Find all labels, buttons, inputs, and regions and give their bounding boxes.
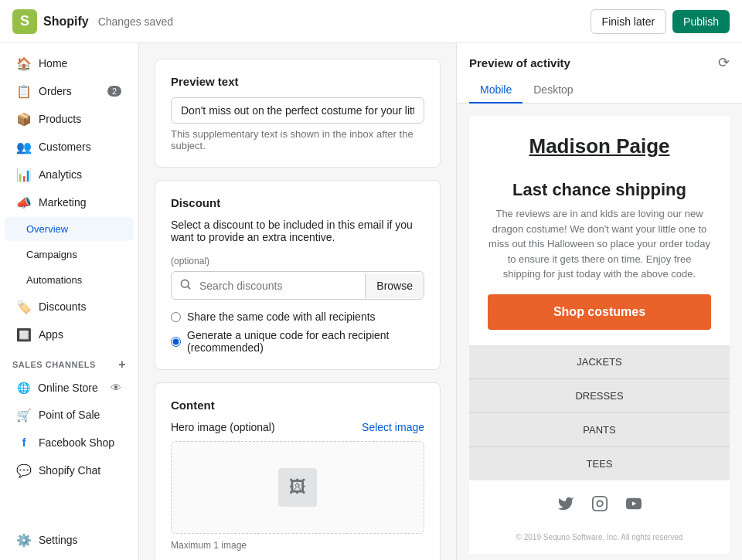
sidebar: 🏠 Home 📋 Orders 2 📦 Products 👥 Customers…	[0, 43, 139, 560]
shopify-logo: S shopify	[12, 9, 89, 34]
sidebar-item-customers[interactable]: 👥 Customers	[5, 134, 134, 160]
finish-later-button[interactable]: Finish later	[591, 9, 666, 34]
sidebar-item-settings[interactable]: ⚙️ Settings	[5, 527, 134, 553]
settings-label: Settings	[39, 534, 78, 546]
discount-description: Select a discount to be included in this…	[171, 219, 424, 243]
sidebar-item-campaigns[interactable]: Campaigns	[5, 243, 134, 266]
products-icon: 📦	[17, 112, 31, 126]
preview-text-input[interactable]	[171, 97, 424, 124]
online-store-visibility-icon[interactable]: 👁	[111, 382, 121, 394]
sidebar-item-marketing[interactable]: 📣 Marketing	[5, 189, 134, 216]
content-card: Content Hero image (optional) Select ima…	[155, 382, 441, 560]
preview-text-card: Preview text This supplementary text is …	[155, 59, 441, 168]
email-cta-button[interactable]: Shop costumes	[488, 294, 711, 330]
twitter-icon	[555, 493, 577, 514]
facebook-shop-label: Facebook Shop	[39, 436, 114, 449]
search-icon	[172, 272, 199, 299]
campaigns-label: Campaigns	[26, 249, 77, 260]
preview-tabs: Mobile Desktop	[457, 77, 742, 104]
sidebar-item-point-of-sale[interactable]: 🛒 Point of Sale	[5, 402, 134, 428]
preview-panel: Preview of activity ⟳ Mobile Desktop Mad…	[456, 43, 742, 560]
sidebar-item-orders[interactable]: 📋 Orders 2	[5, 78, 134, 104]
orders-icon: 📋	[17, 84, 31, 98]
radio-same-code-input[interactable]	[171, 312, 181, 322]
topbar-left: S shopify Changes saved	[12, 9, 173, 34]
sidebar-item-products[interactable]: 📦 Products	[5, 106, 134, 132]
products-label: Products	[39, 113, 81, 125]
analytics-label: Analytics	[39, 168, 82, 181]
sidebar-item-shopify-chat[interactable]: 💬 Shopify Chat	[5, 457, 134, 484]
preview-text-hint: This supplementary text is shown in the …	[171, 128, 424, 151]
email-social-icons	[469, 480, 730, 527]
discounts-label: Discounts	[39, 300, 86, 313]
image-placeholder-icon: 🖼	[278, 468, 317, 507]
brand-name: shopify	[43, 15, 89, 29]
email-category-jackets: JACKETS	[469, 345, 730, 379]
discount-search-input[interactable]	[199, 273, 365, 298]
email-body: The reviews are in and kids are loving o…	[469, 206, 730, 294]
radio-unique-code-label: Generate a unique code for each recipien…	[187, 329, 424, 354]
sidebar-item-analytics[interactable]: 📊 Analytics	[5, 161, 134, 188]
customers-icon: 👥	[17, 140, 31, 154]
max-image-label: Maximum 1 image	[171, 540, 424, 551]
settings-icon: ⚙️	[17, 533, 31, 547]
radio-unique-code-input[interactable]	[171, 337, 181, 347]
orders-badge: 2	[107, 86, 121, 97]
publish-button[interactable]: Publish	[672, 10, 730, 33]
content-title: Content	[171, 399, 424, 412]
svg-point-0	[181, 280, 189, 287]
hero-image-label: Hero image (optional)	[171, 421, 275, 433]
point-of-sale-label: Point of Sale	[39, 409, 100, 421]
sidebar-item-online-store[interactable]: 🌐 Online Store 👁	[5, 375, 134, 400]
sidebar-item-home[interactable]: 🏠 Home	[5, 50, 134, 76]
sales-channels-label: Sales Channels +	[0, 348, 138, 375]
overview-label: Overview	[26, 223, 68, 235]
customers-label: Customers	[39, 141, 91, 153]
email-category-pants: PANTS	[469, 413, 730, 447]
tab-mobile[interactable]: Mobile	[469, 77, 522, 104]
email-footer: © 2019 Sequno Software, Inc. All rights …	[469, 527, 730, 554]
sidebar-item-discounts[interactable]: 🏷️ Discounts	[5, 294, 134, 320]
preview-panel-header: Preview of activity ⟳	[457, 43, 742, 71]
email-category-tees: TEES	[469, 447, 730, 480]
apps-label: Apps	[39, 328, 63, 341]
youtube-icon	[623, 493, 645, 514]
image-dropzone[interactable]: 🖼	[171, 441, 424, 534]
marketing-label: Marketing	[39, 196, 86, 209]
automations-label: Automations	[26, 274, 82, 286]
sidebar-item-automations[interactable]: Automations	[5, 268, 134, 292]
radio-unique-code[interactable]: Generate a unique code for each recipien…	[171, 329, 424, 354]
discount-title: Discount	[171, 196, 424, 209]
select-image-link[interactable]: Select image	[362, 421, 424, 433]
sidebar-item-facebook-shop[interactable]: f Facebook Shop	[5, 429, 134, 456]
svg-rect-1	[592, 496, 606, 510]
chat-icon: 💬	[17, 463, 31, 477]
instagram-icon	[589, 493, 611, 514]
refresh-icon[interactable]: ⟳	[718, 54, 730, 71]
apps-icon: 🔲	[17, 328, 31, 341]
sidebar-item-overview[interactable]: Overview	[5, 217, 134, 241]
email-categories: JACKETS DRESSES PANTS TEES	[469, 345, 730, 480]
middle-panel: Preview text This supplementary text is …	[139, 43, 456, 560]
tab-desktop[interactable]: Desktop	[522, 77, 584, 104]
preview-text-title: Preview text	[171, 75, 424, 88]
add-sales-channel-button[interactable]: +	[118, 358, 126, 372]
browse-button[interactable]: Browse	[365, 273, 424, 298]
point-of-sale-icon: 🛒	[17, 408, 31, 422]
email-headline: Last chance shipping	[469, 168, 730, 206]
sidebar-item-apps[interactable]: 🔲 Apps	[5, 321, 134, 348]
email-preview-area: Madison Paige Last chance shipping The r…	[457, 104, 742, 560]
radio-same-code-label: Share the same code with all recipients	[187, 311, 376, 323]
analytics-icon: 📊	[17, 168, 31, 182]
shopify-logo-icon: S	[12, 9, 37, 34]
preview-panel-title: Preview of activity	[469, 56, 570, 70]
discount-radio-group: Share the same code with all recipients …	[171, 311, 424, 354]
online-store-label: Online Store	[38, 382, 98, 394]
hero-image-header: Hero image (optional) Select image	[171, 421, 424, 433]
home-label: Home	[39, 57, 67, 70]
radio-same-code[interactable]: Share the same code with all recipients	[171, 311, 424, 323]
email-brand: Madison Paige	[469, 116, 730, 168]
content-area: Preview text This supplementary text is …	[139, 43, 742, 560]
shopify-chat-label: Shopify Chat	[39, 464, 100, 477]
discounts-icon: 🏷️	[17, 300, 31, 314]
